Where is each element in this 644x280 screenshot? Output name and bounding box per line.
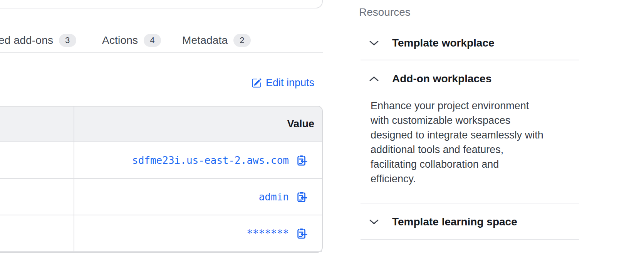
table-row: admin	[0, 179, 322, 215]
top-card-fragment	[0, 0, 323, 8]
accordion-section-template-learning-space[interactable]: Template learning space	[369, 214, 580, 230]
section-divider	[361, 60, 579, 60]
accordion-section-add-on-workplaces[interactable]: Add-on workplaces	[369, 71, 580, 87]
pencil-square-icon	[252, 78, 262, 88]
description-line: facilitating collaboration and	[371, 157, 579, 172]
table-column-divider	[74, 107, 74, 252]
page: ed add-ons 3 Actions 4 Metadata 2 Edit i…	[0, 0, 644, 280]
inputs-value-table: Value sdfme23i.us-east-2.aws.com admin	[0, 106, 323, 253]
input-value-host: sdfme23i.us-east-2.aws.com	[132, 155, 289, 166]
tab-metadata[interactable]: Metadata 2	[182, 32, 251, 48]
tab-label: Metadata	[182, 34, 228, 47]
resources-panel-title: Resources	[359, 6, 411, 18]
table-row: *******	[0, 215, 322, 252]
description-line: additional tools and features,	[371, 142, 579, 157]
section-divider	[361, 203, 579, 203]
copy-icon[interactable]	[297, 155, 307, 166]
description-line: efficiency.	[371, 172, 579, 186]
table-row: sdfme23i.us-east-2.aws.com	[0, 142, 322, 179]
edit-inputs-label: Edit inputs	[266, 77, 314, 89]
table-header-row: Value	[0, 107, 322, 142]
input-value-username: admin	[259, 191, 289, 203]
section-label: Add-on workplaces	[392, 73, 491, 85]
tab-actions[interactable]: Actions 4	[102, 32, 161, 48]
chevron-down-icon	[369, 219, 379, 225]
tabs-divider	[0, 52, 323, 53]
section-divider	[361, 239, 579, 240]
description-line: with customizable workspaces	[371, 113, 579, 128]
description-line: designed to integrate seamlessly with	[371, 128, 579, 142]
description-line: Enhance your project environment	[371, 98, 579, 113]
section-description: Enhance your project environment with cu…	[371, 98, 579, 186]
section-label: Template learning space	[392, 216, 517, 228]
copy-icon[interactable]	[297, 228, 307, 239]
edit-inputs-button[interactable]: Edit inputs	[252, 77, 314, 89]
value-column-header: Value	[287, 107, 314, 142]
input-value-password-masked: *******	[247, 228, 289, 239]
chevron-down-icon	[369, 40, 379, 46]
copy-icon[interactable]	[297, 191, 307, 203]
tab-count-badge: 4	[144, 34, 161, 47]
section-label: Template workplace	[392, 37, 495, 49]
tab-count-badge: 3	[59, 34, 76, 47]
chevron-up-icon	[369, 76, 379, 82]
tab-label: ed add-ons	[0, 34, 53, 47]
tab-installed-add-ons[interactable]: ed add-ons 3	[0, 32, 76, 48]
tab-count-badge: 2	[233, 34, 250, 47]
tab-label: Actions	[102, 34, 138, 47]
accordion-section-template-workplace[interactable]: Template workplace	[369, 35, 580, 51]
